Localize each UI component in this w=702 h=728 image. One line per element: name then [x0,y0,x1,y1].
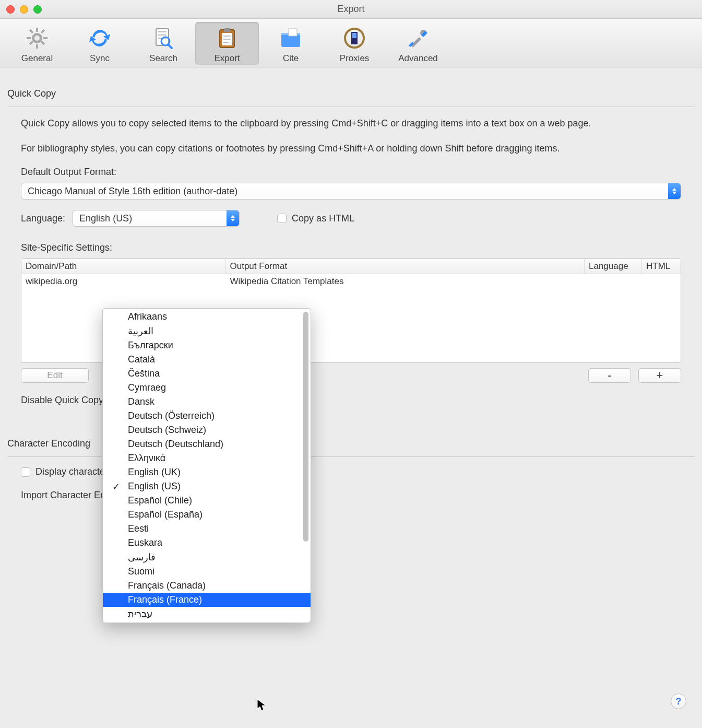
svg-rect-2 [36,44,38,49]
th-html[interactable]: HTML [642,259,681,274]
site-specific-label: Site-Specific Settings: [21,242,695,253]
th-domain[interactable]: Domain/Path [21,259,226,274]
divider [7,107,695,107]
sync-icon [87,25,113,51]
titlebar: Export [0,0,702,19]
dropdown-option[interactable]: Čeština [103,367,311,381]
folder-icon [278,25,304,51]
toolbar-label: Export [214,53,240,64]
toolbar-item-search[interactable]: Search [132,22,195,65]
dropdown-option[interactable]: עברית [103,607,311,621]
chevron-updown-icon [668,183,681,199]
default-format-select[interactable]: Chicago Manual of Style 16th edition (au… [21,183,681,199]
dropdown-option[interactable]: Dansk [103,395,311,409]
th-output[interactable]: Output Format [226,259,585,274]
chevron-updown-icon [227,210,239,226]
toolbar-label: Search [149,53,177,64]
dropdown-option[interactable]: Български [103,338,311,353]
intro-paragraph-2: For bibliography styles, you can copy ci… [21,142,681,155]
help-button[interactable]: ? [671,694,686,709]
svg-rect-7 [41,29,45,33]
dropdown-option[interactable]: Français (France) [103,593,311,607]
scrollbar-thumb[interactable] [303,312,308,542]
intro-paragraph-1: Quick Copy allows you to copy selected i… [21,116,681,130]
dropdown-option[interactable]: Català [103,353,311,367]
svg-rect-1 [36,28,38,32]
toolbar-label: Advanced [398,53,438,64]
dropdown-option[interactable]: Español (Chile) [103,494,311,508]
scrollbar[interactable] [303,312,308,619]
table-row[interactable]: wikipedia.org Wikipedia Citation Templat… [21,274,681,289]
language-label: Language: [21,213,65,224]
dropdown-option[interactable]: Afrikaans [103,310,311,324]
svg-rect-25 [352,33,356,38]
toolbar-item-proxies[interactable]: Proxies [323,22,386,65]
dropdown-option[interactable]: Euskara [103,536,311,550]
dropdown-option[interactable]: Cymraeg [103,381,311,395]
dropdown-option[interactable]: English (US) [103,479,311,494]
quick-copy-description: Quick Copy allows you to copy selected i… [7,116,695,155]
table-header: Domain/Path Output Format Language HTML [21,259,681,274]
clipboard-icon [214,25,240,51]
minimize-window-button[interactable] [20,5,28,14]
toolbar-item-sync[interactable]: Sync [68,22,132,65]
svg-rect-5 [29,29,33,33]
cell-output: Wikipedia Citation Templates [226,274,585,289]
dropdown-option[interactable]: Eesti [103,522,311,536]
default-format-label: Default Output Format: [21,167,695,178]
toolbar-label: Sync [90,53,110,64]
dropdown-option[interactable]: Español (España) [103,508,311,522]
gear-icon [24,25,50,51]
checkbox-label: Copy as HTML [292,213,354,224]
select-value: English (US) [73,213,227,224]
close-window-button[interactable] [6,5,15,14]
dropdown-option[interactable]: Deutsch (Deutschland) [103,437,311,451]
window-controls [6,5,42,14]
edit-button[interactable]: Edit [21,368,89,383]
language-select[interactable]: English (US) [73,210,240,227]
dropdown-option[interactable]: العربية [103,324,311,338]
help-icon: ? [676,696,682,707]
dropdown-option[interactable]: English (UK) [103,465,311,479]
dropdown-option[interactable]: فارسی [103,550,311,565]
cell-html [642,274,681,289]
dropdown-option[interactable]: Ελληνικά [103,451,311,465]
checkbox-box [21,467,30,477]
zoom-window-button[interactable] [33,5,42,14]
search-document-icon [150,25,176,51]
toolbar-item-export[interactable]: Export [195,22,259,65]
preferences-toolbar: General Sync Search Export Cite Proxies [0,19,702,67]
toolbar-label: Proxies [340,53,370,64]
svg-rect-3 [27,37,31,39]
cursor-icon [257,699,268,712]
svg-rect-18 [224,28,230,32]
copy-as-html-checkbox[interactable]: Copy as HTML [277,213,354,224]
select-value: Chicago Manual of Style 16th edition (au… [21,186,668,197]
dropdown-option[interactable]: Deutsch (Österreich) [103,409,311,423]
svg-rect-22 [289,29,297,36]
dropdown-option[interactable]: Français (Canada) [103,579,311,593]
toolbar-item-advanced[interactable]: Advanced [386,22,450,65]
cell-domain: wikipedia.org [21,274,226,289]
svg-rect-6 [41,41,45,45]
svg-rect-4 [43,37,47,39]
quick-copy-heading: Quick Copy [7,77,695,103]
toolbar-item-cite[interactable]: Cite [259,22,323,65]
toolbar-item-general[interactable]: General [6,22,68,65]
th-language[interactable]: Language [585,259,642,274]
remove-button[interactable]: - [588,368,631,383]
language-dropdown[interactable]: AfrikaansالعربيةБългарскиCatalàČeštinaCy… [102,308,311,623]
tools-icon [405,25,431,51]
svg-rect-8 [29,41,33,45]
proxies-icon [341,25,367,51]
svg-line-15 [168,44,172,48]
window-title: Export [0,4,702,15]
toolbar-label: General [21,53,53,64]
dropdown-option[interactable]: Deutsch (Schweiz) [103,423,311,437]
checkbox-box [277,214,287,223]
add-button[interactable]: + [638,368,681,383]
cell-language [585,274,642,289]
toolbar-label: Cite [283,53,299,64]
svg-point-9 [34,36,40,41]
dropdown-option[interactable]: Suomi [103,565,311,579]
